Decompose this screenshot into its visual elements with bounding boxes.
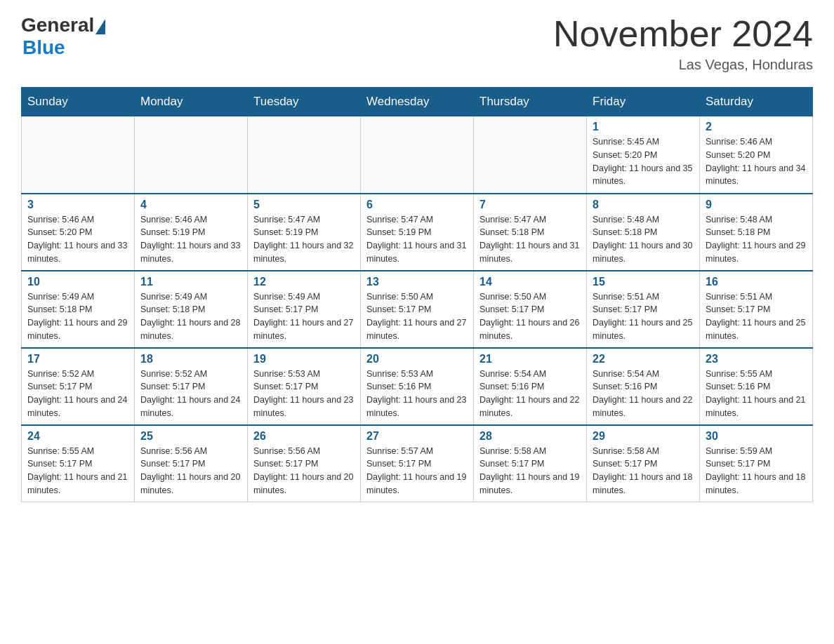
title-section: November 2024 Las Vegas, Honduras	[553, 14, 813, 73]
location-subtitle: Las Vegas, Honduras	[553, 57, 813, 73]
day-info: Sunrise: 5:51 AMSunset: 5:17 PMDaylight:…	[593, 290, 694, 343]
day-number: 7	[479, 199, 581, 211]
calendar-cell: 12Sunrise: 5:49 AMSunset: 5:17 PMDayligh…	[248, 271, 361, 348]
calendar-cell: 20Sunrise: 5:53 AMSunset: 5:16 PMDayligh…	[361, 348, 474, 425]
day-info: Sunrise: 5:48 AMSunset: 5:18 PMDaylight:…	[706, 213, 807, 266]
calendar-cell	[248, 116, 361, 194]
day-number: 27	[366, 430, 468, 443]
day-info: Sunrise: 5:50 AMSunset: 5:17 PMDaylight:…	[479, 290, 581, 343]
logo-blue-text: Blue	[22, 36, 65, 59]
day-info: Sunrise: 5:51 AMSunset: 5:17 PMDaylight:…	[706, 290, 807, 343]
day-info: Sunrise: 5:45 AMSunset: 5:20 PMDaylight:…	[593, 135, 694, 188]
calendar-cell: 6Sunrise: 5:47 AMSunset: 5:19 PMDaylight…	[361, 194, 474, 271]
calendar-week-row: 10Sunrise: 5:49 AMSunset: 5:18 PMDayligh…	[22, 271, 813, 348]
day-number: 16	[706, 276, 807, 288]
day-number: 29	[593, 430, 694, 443]
calendar-cell: 21Sunrise: 5:54 AMSunset: 5:16 PMDayligh…	[474, 348, 587, 425]
day-number: 22	[593, 353, 694, 365]
calendar-cell: 25Sunrise: 5:56 AMSunset: 5:17 PMDayligh…	[135, 425, 248, 502]
day-info: Sunrise: 5:52 AMSunset: 5:17 PMDaylight:…	[27, 368, 128, 420]
day-info: Sunrise: 5:52 AMSunset: 5:17 PMDaylight:…	[140, 368, 241, 420]
calendar-cell: 5Sunrise: 5:47 AMSunset: 5:19 PMDaylight…	[248, 194, 361, 271]
day-number: 3	[27, 199, 128, 211]
day-number: 2	[706, 121, 807, 133]
calendar-cell: 14Sunrise: 5:50 AMSunset: 5:17 PMDayligh…	[474, 271, 587, 348]
day-number: 12	[253, 276, 355, 288]
logo-triangle-icon	[95, 19, 105, 34]
calendar-cell: 2Sunrise: 5:46 AMSunset: 5:20 PMDaylight…	[700, 116, 813, 194]
day-number: 23	[706, 353, 807, 365]
logo: General Blue	[21, 14, 105, 59]
calendar-cell: 10Sunrise: 5:49 AMSunset: 5:18 PMDayligh…	[22, 271, 135, 348]
calendar-table: SundayMondayTuesdayWednesdayThursdayFrid…	[21, 87, 813, 502]
day-number: 20	[366, 353, 468, 365]
day-number: 13	[366, 276, 468, 288]
day-number: 15	[593, 276, 694, 288]
calendar-cell: 3Sunrise: 5:46 AMSunset: 5:20 PMDaylight…	[22, 194, 135, 271]
calendar-header-sunday: Sunday	[22, 88, 135, 116]
day-info: Sunrise: 5:54 AMSunset: 5:16 PMDaylight:…	[479, 368, 581, 420]
day-info: Sunrise: 5:47 AMSunset: 5:18 PMDaylight:…	[479, 213, 581, 266]
day-info: Sunrise: 5:47 AMSunset: 5:19 PMDaylight:…	[253, 213, 355, 266]
day-number: 1	[593, 121, 694, 133]
calendar-cell: 11Sunrise: 5:49 AMSunset: 5:18 PMDayligh…	[135, 271, 248, 348]
day-number: 28	[479, 430, 581, 443]
calendar-cell: 1Sunrise: 5:45 AMSunset: 5:20 PMDaylight…	[587, 116, 700, 194]
calendar-header-saturday: Saturday	[700, 88, 813, 116]
day-number: 6	[366, 199, 468, 211]
day-info: Sunrise: 5:56 AMSunset: 5:17 PMDaylight:…	[140, 445, 241, 497]
day-number: 14	[479, 276, 581, 288]
logo-general-text: General	[21, 14, 94, 36]
calendar-week-row: 1Sunrise: 5:45 AMSunset: 5:20 PMDaylight…	[22, 116, 813, 194]
calendar-cell: 8Sunrise: 5:48 AMSunset: 5:18 PMDaylight…	[587, 194, 700, 271]
day-info: Sunrise: 5:46 AMSunset: 5:19 PMDaylight:…	[140, 213, 241, 266]
calendar-header-row: SundayMondayTuesdayWednesdayThursdayFrid…	[22, 88, 813, 116]
calendar-cell: 18Sunrise: 5:52 AMSunset: 5:17 PMDayligh…	[135, 348, 248, 425]
calendar-header-monday: Monday	[135, 88, 248, 116]
calendar-cell: 24Sunrise: 5:55 AMSunset: 5:17 PMDayligh…	[22, 425, 135, 502]
day-info: Sunrise: 5:53 AMSunset: 5:17 PMDaylight:…	[253, 368, 355, 420]
calendar-cell: 16Sunrise: 5:51 AMSunset: 5:17 PMDayligh…	[700, 271, 813, 348]
calendar-header-friday: Friday	[587, 88, 700, 116]
day-number: 19	[253, 353, 355, 365]
calendar-cell: 9Sunrise: 5:48 AMSunset: 5:18 PMDaylight…	[700, 194, 813, 271]
day-info: Sunrise: 5:54 AMSunset: 5:16 PMDaylight:…	[593, 368, 694, 420]
calendar-cell: 30Sunrise: 5:59 AMSunset: 5:17 PMDayligh…	[700, 425, 813, 502]
calendar-cell: 23Sunrise: 5:55 AMSunset: 5:16 PMDayligh…	[700, 348, 813, 425]
calendar-cell	[361, 116, 474, 194]
day-number: 17	[27, 353, 128, 365]
day-info: Sunrise: 5:55 AMSunset: 5:16 PMDaylight:…	[706, 368, 807, 420]
day-info: Sunrise: 5:49 AMSunset: 5:18 PMDaylight:…	[140, 290, 241, 343]
day-info: Sunrise: 5:48 AMSunset: 5:18 PMDaylight:…	[593, 213, 694, 266]
calendar-cell: 4Sunrise: 5:46 AMSunset: 5:19 PMDaylight…	[135, 194, 248, 271]
day-info: Sunrise: 5:58 AMSunset: 5:17 PMDaylight:…	[479, 445, 581, 497]
calendar-cell: 27Sunrise: 5:57 AMSunset: 5:17 PMDayligh…	[361, 425, 474, 502]
day-info: Sunrise: 5:49 AMSunset: 5:18 PMDaylight:…	[27, 290, 128, 343]
calendar-cell: 15Sunrise: 5:51 AMSunset: 5:17 PMDayligh…	[587, 271, 700, 348]
page-header: General Blue November 2024 Las Vegas, Ho…	[21, 14, 813, 73]
day-number: 24	[27, 430, 128, 443]
day-info: Sunrise: 5:55 AMSunset: 5:17 PMDaylight:…	[27, 445, 128, 497]
day-number: 25	[140, 430, 241, 443]
day-info: Sunrise: 5:47 AMSunset: 5:19 PMDaylight:…	[366, 213, 468, 266]
day-info: Sunrise: 5:50 AMSunset: 5:17 PMDaylight:…	[366, 290, 468, 343]
calendar-cell: 29Sunrise: 5:58 AMSunset: 5:17 PMDayligh…	[587, 425, 700, 502]
calendar-cell: 22Sunrise: 5:54 AMSunset: 5:16 PMDayligh…	[587, 348, 700, 425]
day-info: Sunrise: 5:46 AMSunset: 5:20 PMDaylight:…	[706, 135, 807, 188]
calendar-header-wednesday: Wednesday	[361, 88, 474, 116]
day-number: 9	[706, 199, 807, 211]
calendar-week-row: 17Sunrise: 5:52 AMSunset: 5:17 PMDayligh…	[22, 348, 813, 425]
day-info: Sunrise: 5:46 AMSunset: 5:20 PMDaylight:…	[27, 213, 128, 266]
calendar-week-row: 24Sunrise: 5:55 AMSunset: 5:17 PMDayligh…	[22, 425, 813, 502]
day-info: Sunrise: 5:57 AMSunset: 5:17 PMDaylight:…	[366, 445, 468, 497]
day-number: 26	[253, 430, 355, 443]
day-info: Sunrise: 5:56 AMSunset: 5:17 PMDaylight:…	[253, 445, 355, 497]
day-number: 18	[140, 353, 241, 365]
day-info: Sunrise: 5:59 AMSunset: 5:17 PMDaylight:…	[706, 445, 807, 497]
day-number: 30	[706, 430, 807, 443]
calendar-cell: 7Sunrise: 5:47 AMSunset: 5:18 PMDaylight…	[474, 194, 587, 271]
day-number: 8	[593, 199, 694, 211]
day-info: Sunrise: 5:49 AMSunset: 5:17 PMDaylight:…	[253, 290, 355, 343]
calendar-cell	[22, 116, 135, 194]
calendar-cell: 26Sunrise: 5:56 AMSunset: 5:17 PMDayligh…	[248, 425, 361, 502]
